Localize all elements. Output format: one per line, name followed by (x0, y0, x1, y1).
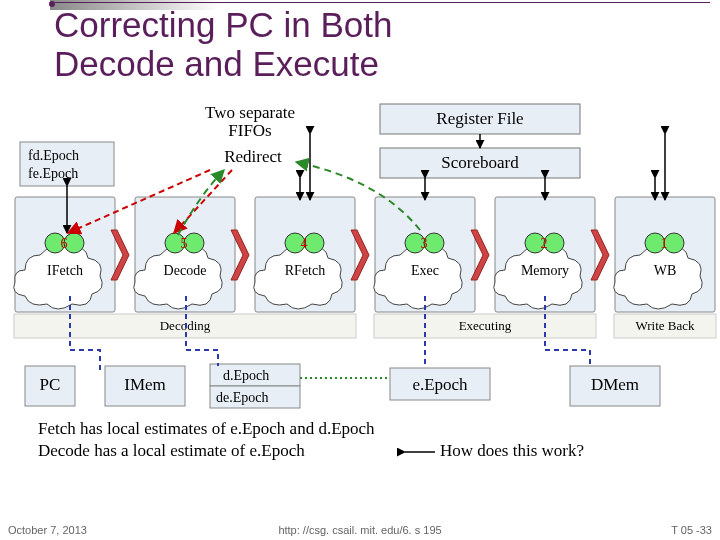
body-line3: How does this work? (440, 441, 584, 460)
group-writeback: Write Back (635, 318, 695, 333)
svg-text:RFetch: RFetch (285, 263, 325, 278)
de-epoch-label: de.Epoch (216, 390, 268, 405)
fd-epoch: fd.Epoch (28, 148, 79, 163)
svg-text:3: 3 (421, 236, 428, 251)
body-line1: Fetch has local estimates of e.Epoch and… (38, 419, 375, 438)
svg-text:IFetch: IFetch (47, 263, 83, 278)
svg-text:Exec: Exec (411, 263, 439, 278)
redirect-label: Redirect (224, 147, 282, 166)
svg-text:Memory: Memory (521, 263, 569, 278)
svg-text:2: 2 (541, 236, 548, 251)
imem-label: IMem (124, 375, 166, 394)
pc-label: PC (40, 375, 61, 394)
svg-text:6: 6 (61, 236, 68, 251)
svg-text:5: 5 (181, 236, 188, 251)
footer-url: http: //csg. csail. mit. edu/6. s 195 (8, 524, 712, 536)
footer: October 7, 2013 http: //csg. csail. mit.… (8, 524, 712, 536)
d-epoch-label: d.Epoch (223, 368, 269, 383)
footer-slide: T 05 -33 (671, 524, 712, 536)
fe-epoch: fe.Epoch (28, 166, 78, 181)
svg-text:1: 1 (661, 236, 668, 251)
svg-text:WB: WB (654, 263, 677, 278)
pipeline-diagram: Two separateFIFOs Register File Redirect… (0, 100, 720, 470)
e-epoch-label: e.Epoch (412, 375, 468, 394)
fifos-label: Two separateFIFOs (205, 103, 295, 140)
svg-text:4: 4 (301, 236, 308, 251)
svg-text:Decode: Decode (164, 263, 207, 278)
body-line2: Decode has a local estimate of e.Epoch (38, 441, 305, 460)
dmem-label: DMem (591, 375, 639, 394)
scoreboard-label: Scoreboard (441, 153, 519, 172)
group-executing: Executing (459, 318, 512, 333)
register-file-label: Register File (436, 109, 523, 128)
slide-title: Correcting PC in BothDecode and Execute (0, 0, 720, 83)
